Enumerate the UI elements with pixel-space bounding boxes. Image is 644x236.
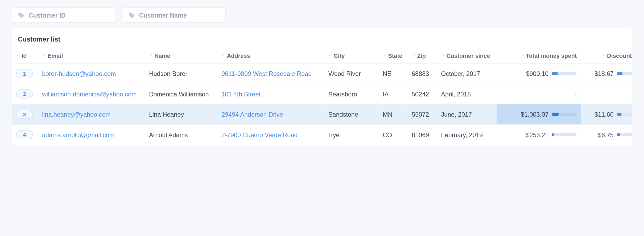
- cell-total-spent: $900.10: [496, 63, 581, 84]
- col-address[interactable]: ⌃Address: [217, 49, 324, 63]
- cell-id: 3: [12, 104, 38, 124]
- spent-bar: [552, 72, 577, 75]
- cell-total-spent: $1,003.07: [496, 104, 581, 124]
- col-since[interactable]: ⌃Customer since: [437, 49, 497, 63]
- discount-value: $18.67: [595, 70, 614, 77]
- sort-caret-icon: ⌃: [328, 54, 332, 59]
- cell-email: williamson-domenica@yahoo.com: [38, 84, 145, 104]
- id-pill[interactable]: 4: [16, 130, 33, 139]
- cell-city: Sandstone: [324, 104, 378, 124]
- sort-caret-icon: ⌃: [42, 54, 46, 59]
- cell-state: CO: [379, 124, 408, 145]
- cell-city: Searsboro: [324, 84, 378, 104]
- spent-value: -: [575, 90, 577, 97]
- cell-discount: $11.60: [581, 104, 632, 124]
- id-pill[interactable]: 2: [16, 89, 33, 98]
- cell-zip: 81069: [408, 124, 437, 145]
- cell-discount: $6.75: [581, 124, 632, 145]
- col-email[interactable]: ⌃Email: [38, 49, 145, 63]
- cell-id: 1: [12, 63, 38, 84]
- table-row[interactable]: 2williamson-domenica@yahoo.comDomenica W…: [12, 84, 632, 104]
- cell-since: June, 2017: [437, 104, 497, 124]
- cell-name: Dominique Leffler: [145, 145, 217, 145]
- email-link[interactable]: borer-hudson@yahoo.com: [42, 70, 116, 77]
- sort-caret-icon: ⌃: [441, 54, 445, 59]
- cell-email: lina.heaney@yahoo.com: [38, 104, 145, 124]
- cell-discount: $18.67: [581, 63, 632, 84]
- id-pill[interactable]: 3: [16, 110, 33, 119]
- address-link[interactable]: 2-7900 Cuerno Verde Road: [221, 131, 298, 138]
- col-zip[interactable]: ⌃Zip: [408, 49, 437, 63]
- address-link[interactable]: 101 4th Street: [221, 90, 261, 97]
- table-row[interactable]: 4adams.arnold@gmail.comArnold Adams2-790…: [12, 124, 632, 145]
- address-link[interactable]: 29494 Anderson Drive: [221, 111, 283, 118]
- spent-value: $1,003.07: [521, 111, 548, 118]
- discount-value: $11.60: [595, 111, 614, 118]
- col-total-spent[interactable]: ⌃Total money spent: [496, 49, 581, 63]
- spent-bar: [552, 113, 577, 116]
- email-link[interactable]: adams.arnold@gmail.com: [42, 131, 114, 138]
- sort-caret-icon: ⌃: [16, 54, 20, 59]
- customer-id-input[interactable]: [29, 12, 109, 19]
- cell-state: IA: [379, 84, 408, 104]
- cell-total-spent: $103.65: [496, 145, 581, 145]
- address-link[interactable]: 9611-9809 West Rosedale Road: [221, 70, 312, 77]
- sort-caret-icon: ⌃: [602, 54, 605, 59]
- customer-name-input[interactable]: [139, 12, 220, 19]
- col-name[interactable]: ⌃Name: [145, 49, 217, 63]
- table-row[interactable]: 1borer-hudson@yahoo.comHudson Borer9611-…: [12, 63, 632, 84]
- spent-value: $900.10: [526, 70, 549, 77]
- cell-name: Lina Heaney: [145, 104, 217, 124]
- col-state[interactable]: ⌃State: [379, 49, 408, 63]
- sort-caret-icon: ⌃: [383, 54, 386, 59]
- cell-address: 101 4th Street: [217, 84, 324, 104]
- cell-city: Beaver Dams: [324, 145, 378, 145]
- spent-bar: [552, 133, 577, 136]
- cell-address: 2-7900 Cuerno Verde Road: [217, 124, 324, 145]
- cell-since: September, 2017: [437, 145, 497, 145]
- sort-caret-icon: ⌃: [149, 54, 153, 59]
- cell-zip: 50242: [408, 84, 437, 104]
- cell-state: MN: [379, 104, 408, 124]
- tag-icon: [18, 12, 24, 18]
- col-city[interactable]: ⌃City: [324, 49, 378, 63]
- table-row[interactable]: 5leffler.dominique@hotmail.comDominique …: [12, 145, 632, 145]
- sort-caret-icon: ⌃: [221, 54, 225, 59]
- id-pill[interactable]: 1: [16, 69, 33, 78]
- cell-address: 29494 Anderson Drive: [217, 104, 324, 124]
- email-link[interactable]: williamson-domenica@yahoo.com: [42, 90, 137, 97]
- sort-caret-icon: ⌃: [412, 54, 415, 59]
- customer-table: ⌃Id ⌃Email ⌃Name ⌃Address ⌃City ⌃State ⌃…: [12, 49, 632, 145]
- col-id[interactable]: ⌃Id: [12, 49, 38, 63]
- cell-email: borer-hudson@yahoo.com: [38, 63, 145, 84]
- cell-since: October, 2017: [437, 63, 497, 84]
- cell-email: adams.arnold@gmail.com: [38, 124, 145, 145]
- cell-address: 9611-9809 West Rosedale Road: [217, 63, 324, 84]
- email-link[interactable]: lina.heaney@yahoo.com: [42, 111, 111, 118]
- cell-discount: [581, 145, 632, 145]
- cell-state: NY: [379, 145, 408, 145]
- cell-email: leffler.dominique@hotmail.com: [38, 145, 145, 145]
- cell-total-spent: -: [496, 84, 581, 104]
- cell-id: 4: [12, 124, 38, 145]
- discount-bar: [617, 133, 632, 136]
- customer-id-filter[interactable]: [12, 7, 115, 23]
- cell-id: 2: [12, 84, 38, 104]
- table-row[interactable]: 3lina.heaney@yahoo.comLina Heaney29494 A…: [12, 104, 632, 124]
- cell-name: Hudson Borer: [145, 63, 217, 84]
- card-title: Customer list: [12, 28, 632, 49]
- table-header-row: ⌃Id ⌃Email ⌃Name ⌃Address ⌃City ⌃State ⌃…: [12, 49, 632, 63]
- tag-icon: [128, 12, 135, 18]
- cell-city: Wood River: [324, 63, 378, 84]
- cell-zip: 14812: [408, 145, 437, 145]
- cell-zip: 68883: [408, 63, 437, 84]
- customer-name-filter[interactable]: [122, 7, 226, 23]
- col-discount[interactable]: ⌃Discount: [581, 49, 632, 63]
- cell-id: 5: [12, 145, 38, 145]
- cell-city: Rye: [324, 124, 378, 145]
- discount-value: $6.75: [598, 131, 614, 138]
- cell-name: Arnold Adams: [145, 124, 217, 145]
- cell-name: Domenica Williamson: [145, 84, 217, 104]
- cell-address: 761 Fish Hill Road: [217, 145, 324, 145]
- cell-since: April, 2018: [437, 84, 497, 104]
